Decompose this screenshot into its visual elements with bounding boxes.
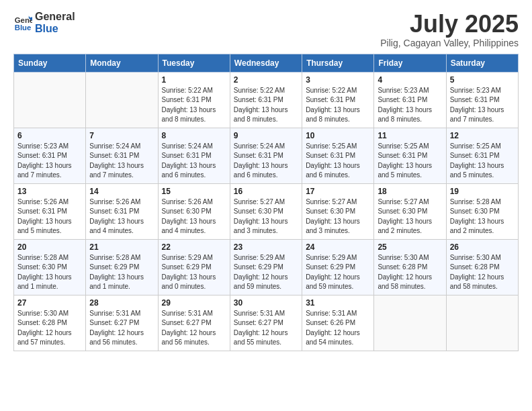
calendar-cell: 22Sunrise: 5:29 AM Sunset: 6:29 PM Dayli… xyxy=(158,239,230,295)
calendar-week-row: 13Sunrise: 5:26 AM Sunset: 6:31 PM Dayli… xyxy=(14,183,519,239)
calendar-cell: 8Sunrise: 5:24 AM Sunset: 6:31 PM Daylig… xyxy=(158,128,230,183)
day-number: 23 xyxy=(234,242,298,252)
calendar-week-row: 1Sunrise: 5:22 AM Sunset: 6:31 PM Daylig… xyxy=(14,72,519,128)
calendar-cell: 18Sunrise: 5:27 AM Sunset: 6:30 PM Dayli… xyxy=(374,183,446,239)
day-detail: Sunrise: 5:27 AM Sunset: 6:30 PM Dayligh… xyxy=(378,197,442,236)
day-number: 26 xyxy=(450,242,515,252)
day-number: 13 xyxy=(17,187,82,196)
day-number: 30 xyxy=(234,298,298,308)
calendar-cell: 20Sunrise: 5:28 AM Sunset: 6:30 PM Dayli… xyxy=(14,239,86,295)
day-number: 22 xyxy=(162,242,226,252)
weekday-header-tuesday: Tuesday xyxy=(158,54,230,72)
day-detail: Sunrise: 5:25 AM Sunset: 6:31 PM Dayligh… xyxy=(378,142,442,181)
day-detail: Sunrise: 5:24 AM Sunset: 6:31 PM Dayligh… xyxy=(162,142,226,181)
day-detail: Sunrise: 5:30 AM Sunset: 6:28 PM Dayligh… xyxy=(378,253,442,292)
day-number: 4 xyxy=(378,75,442,85)
calendar-cell: 2Sunrise: 5:22 AM Sunset: 6:31 PM Daylig… xyxy=(230,72,302,128)
day-number: 12 xyxy=(450,131,515,140)
day-detail: Sunrise: 5:31 AM Sunset: 6:26 PM Dayligh… xyxy=(306,309,370,348)
day-detail: Sunrise: 5:22 AM Sunset: 6:31 PM Dayligh… xyxy=(162,86,226,125)
calendar-cell: 9Sunrise: 5:24 AM Sunset: 6:31 PM Daylig… xyxy=(230,128,302,183)
logo-icon: General Blue xyxy=(13,13,32,32)
calendar-table: SundayMondayTuesdayWednesdayThursdayFrid… xyxy=(13,54,519,351)
day-detail: Sunrise: 5:24 AM Sunset: 6:31 PM Dayligh… xyxy=(234,142,298,181)
day-number: 20 xyxy=(17,242,82,252)
page-header: General Blue General Blue July 2025 Pili… xyxy=(13,11,519,48)
weekday-header-wednesday: Wednesday xyxy=(230,54,302,72)
day-number: 10 xyxy=(306,131,370,140)
calendar-cell: 27Sunrise: 5:30 AM Sunset: 6:28 PM Dayli… xyxy=(14,295,86,351)
calendar-cell: 25Sunrise: 5:30 AM Sunset: 6:28 PM Dayli… xyxy=(374,239,446,295)
day-detail: Sunrise: 5:28 AM Sunset: 6:30 PM Dayligh… xyxy=(17,253,82,292)
calendar-cell xyxy=(374,295,446,351)
logo: General Blue General Blue xyxy=(13,11,75,34)
calendar-cell: 13Sunrise: 5:26 AM Sunset: 6:31 PM Dayli… xyxy=(14,183,86,239)
day-number: 7 xyxy=(89,131,154,140)
day-detail: Sunrise: 5:31 AM Sunset: 6:27 PM Dayligh… xyxy=(234,309,298,348)
day-number: 11 xyxy=(378,131,442,140)
day-number: 17 xyxy=(306,187,370,196)
day-detail: Sunrise: 5:23 AM Sunset: 6:31 PM Dayligh… xyxy=(450,86,515,125)
day-detail: Sunrise: 5:22 AM Sunset: 6:31 PM Dayligh… xyxy=(234,86,298,125)
calendar-cell: 16Sunrise: 5:27 AM Sunset: 6:30 PM Dayli… xyxy=(230,183,302,239)
svg-text:Blue: Blue xyxy=(15,23,32,31)
day-detail: Sunrise: 5:29 AM Sunset: 6:29 PM Dayligh… xyxy=(306,253,370,292)
calendar-cell: 19Sunrise: 5:28 AM Sunset: 6:30 PM Dayli… xyxy=(446,183,518,239)
calendar-cell: 24Sunrise: 5:29 AM Sunset: 6:29 PM Dayli… xyxy=(302,239,374,295)
day-number: 19 xyxy=(450,187,515,196)
day-number: 6 xyxy=(17,131,82,140)
calendar-cell: 31Sunrise: 5:31 AM Sunset: 6:26 PM Dayli… xyxy=(302,295,374,351)
day-number: 15 xyxy=(162,187,226,196)
calendar-week-row: 27Sunrise: 5:30 AM Sunset: 6:28 PM Dayli… xyxy=(14,295,519,351)
day-detail: Sunrise: 5:29 AM Sunset: 6:29 PM Dayligh… xyxy=(162,253,226,292)
day-number: 5 xyxy=(450,75,515,85)
day-number: 14 xyxy=(89,187,154,196)
title-block: July 2025 Pilig, Cagayan Valley, Philipp… xyxy=(380,11,519,48)
day-number: 27 xyxy=(17,298,82,308)
weekday-header-sunday: Sunday xyxy=(14,54,86,72)
day-detail: Sunrise: 5:28 AM Sunset: 6:30 PM Dayligh… xyxy=(450,197,515,236)
day-detail: Sunrise: 5:31 AM Sunset: 6:27 PM Dayligh… xyxy=(89,309,154,348)
calendar-week-row: 6Sunrise: 5:23 AM Sunset: 6:31 PM Daylig… xyxy=(14,128,519,183)
day-detail: Sunrise: 5:25 AM Sunset: 6:31 PM Dayligh… xyxy=(450,142,515,181)
calendar-cell: 1Sunrise: 5:22 AM Sunset: 6:31 PM Daylig… xyxy=(158,72,230,128)
weekday-header-saturday: Saturday xyxy=(446,54,518,72)
calendar-cell: 5Sunrise: 5:23 AM Sunset: 6:31 PM Daylig… xyxy=(446,72,518,128)
day-number: 8 xyxy=(162,131,226,140)
calendar-week-row: 20Sunrise: 5:28 AM Sunset: 6:30 PM Dayli… xyxy=(14,239,519,295)
calendar-cell: 3Sunrise: 5:22 AM Sunset: 6:31 PM Daylig… xyxy=(302,72,374,128)
day-number: 28 xyxy=(89,298,154,308)
calendar-cell: 14Sunrise: 5:26 AM Sunset: 6:31 PM Dayli… xyxy=(86,183,158,239)
weekday-header-friday: Friday xyxy=(374,54,446,72)
calendar-cell: 12Sunrise: 5:25 AM Sunset: 6:31 PM Dayli… xyxy=(446,128,518,183)
calendar-cell xyxy=(446,295,518,351)
day-number: 3 xyxy=(306,75,370,85)
day-number: 9 xyxy=(234,131,298,140)
main-title: July 2025 xyxy=(380,11,519,38)
weekday-header-row: SundayMondayTuesdayWednesdayThursdayFrid… xyxy=(14,54,519,72)
calendar-cell: 4Sunrise: 5:23 AM Sunset: 6:31 PM Daylig… xyxy=(374,72,446,128)
calendar-cell: 17Sunrise: 5:27 AM Sunset: 6:30 PM Dayli… xyxy=(302,183,374,239)
day-number: 18 xyxy=(378,187,442,196)
calendar-cell: 7Sunrise: 5:24 AM Sunset: 6:31 PM Daylig… xyxy=(86,128,158,183)
day-detail: Sunrise: 5:23 AM Sunset: 6:31 PM Dayligh… xyxy=(378,86,442,125)
day-number: 24 xyxy=(306,242,370,252)
calendar-cell: 15Sunrise: 5:26 AM Sunset: 6:30 PM Dayli… xyxy=(158,183,230,239)
day-number: 16 xyxy=(234,187,298,196)
logo-text-general: General xyxy=(35,11,75,23)
day-detail: Sunrise: 5:31 AM Sunset: 6:27 PM Dayligh… xyxy=(162,309,226,348)
day-detail: Sunrise: 5:30 AM Sunset: 6:28 PM Dayligh… xyxy=(17,309,82,348)
calendar-cell: 10Sunrise: 5:25 AM Sunset: 6:31 PM Dayli… xyxy=(302,128,374,183)
day-detail: Sunrise: 5:28 AM Sunset: 6:29 PM Dayligh… xyxy=(89,253,154,292)
day-number: 29 xyxy=(162,298,226,308)
calendar-cell: 26Sunrise: 5:30 AM Sunset: 6:28 PM Dayli… xyxy=(446,239,518,295)
calendar-cell: 28Sunrise: 5:31 AM Sunset: 6:27 PM Dayli… xyxy=(86,295,158,351)
weekday-header-thursday: Thursday xyxy=(302,54,374,72)
day-detail: Sunrise: 5:27 AM Sunset: 6:30 PM Dayligh… xyxy=(306,197,370,236)
subtitle: Pilig, Cagayan Valley, Philippines xyxy=(380,38,519,48)
day-detail: Sunrise: 5:26 AM Sunset: 6:30 PM Dayligh… xyxy=(162,197,226,236)
day-number: 21 xyxy=(89,242,154,252)
day-detail: Sunrise: 5:29 AM Sunset: 6:29 PM Dayligh… xyxy=(234,253,298,292)
day-detail: Sunrise: 5:30 AM Sunset: 6:28 PM Dayligh… xyxy=(450,253,515,292)
day-number: 2 xyxy=(234,75,298,85)
